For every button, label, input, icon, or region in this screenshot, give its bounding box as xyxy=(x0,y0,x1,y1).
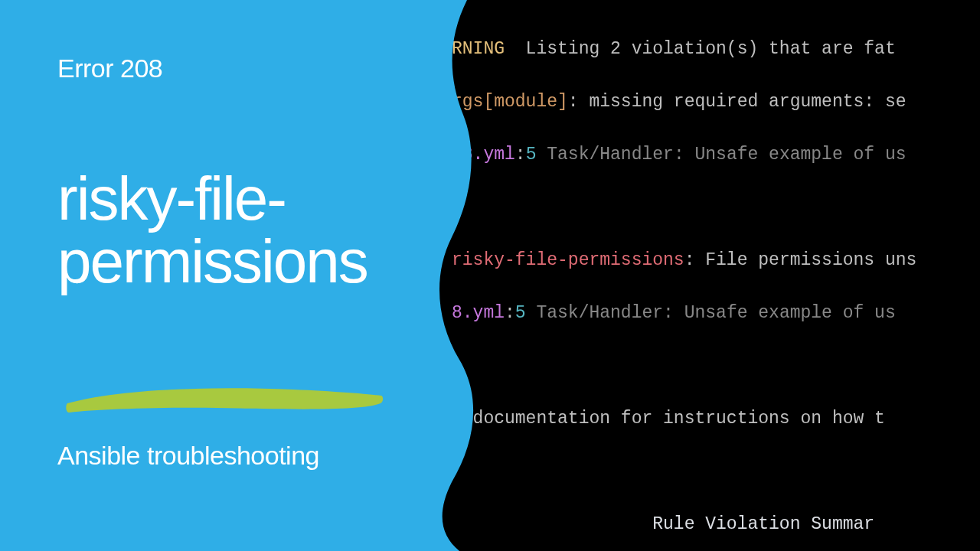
term-colon: : xyxy=(515,145,526,165)
term-args-module: rgs[module] xyxy=(452,92,568,112)
term-text: Task/Handler: Unsafe example of us xyxy=(526,303,896,323)
term-filename: 8.yml xyxy=(452,303,505,323)
main-title: risky-file- permissions xyxy=(57,168,433,292)
term-linenum: 5 xyxy=(515,303,526,323)
term-summary-title: Rule Violation Summar xyxy=(452,514,874,534)
term-rule-name: risky-file-permissions xyxy=(452,250,684,270)
underline-swoosh-icon xyxy=(64,380,385,419)
term-linenum: 5 xyxy=(526,145,537,165)
left-panel: Error 208 risky-file- permissions Ansibl… xyxy=(0,0,490,551)
term-text: Task/Handler: Unsafe example of us xyxy=(536,145,906,165)
error-code: Error 208 xyxy=(57,54,433,83)
term-text: d documentation for instructions on how … xyxy=(452,409,885,429)
term-text: : File permissions uns xyxy=(684,250,917,270)
terminal-output: RNING Listing 2 violation(s) that are fa… xyxy=(452,0,980,551)
subtitle: Ansible troubleshooting xyxy=(57,441,433,471)
term-colon: : xyxy=(505,303,515,323)
title-line1: risky-file- xyxy=(57,165,286,233)
term-warning: RNING xyxy=(452,39,505,59)
title-line2: permissions xyxy=(57,227,368,295)
term-text: Listing 2 violation(s) that are fat xyxy=(505,39,896,59)
term-text: : missing required arguments: se xyxy=(568,92,906,112)
